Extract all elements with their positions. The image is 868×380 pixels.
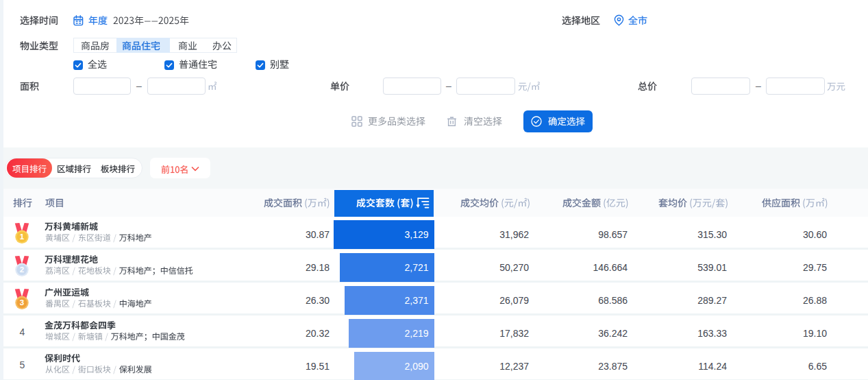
svg-text:2: 2 [20, 265, 24, 274]
svg-text:3: 3 [20, 298, 24, 307]
svg-text:1: 1 [20, 233, 25, 241]
